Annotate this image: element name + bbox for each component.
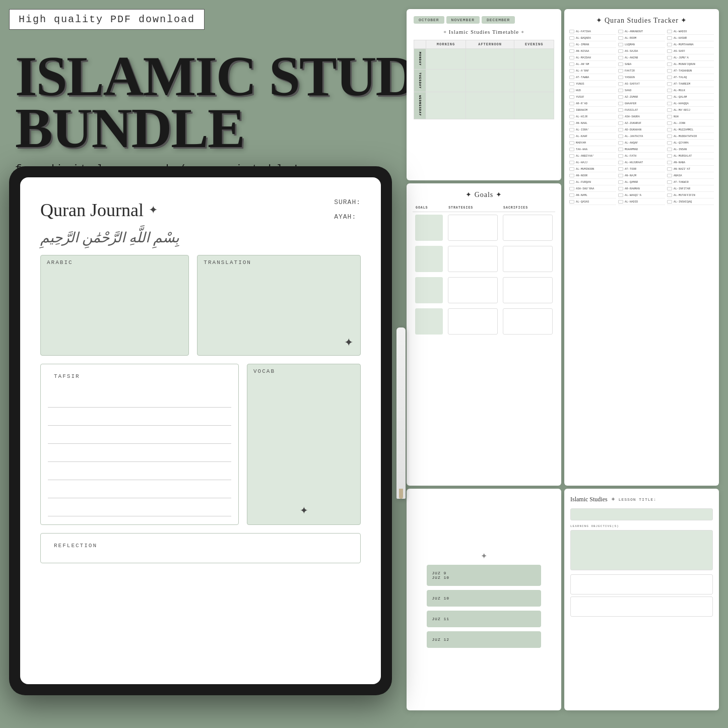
list-item: AL-WAAQI'A xyxy=(618,193,665,198)
strategies-col-header: STRATEGIES xyxy=(445,204,500,212)
tracker-col-1: AL-FATIHA AL-BAQARA AL-IMRAN AN-NISAA AL… xyxy=(569,30,616,207)
juz-btn-12[interactable]: JUZ 12 xyxy=(427,631,541,648)
vocab-box: VOCAB ✦ xyxy=(247,364,361,525)
list-item: AL-JINN xyxy=(667,121,714,126)
sacrifice-cell xyxy=(503,246,553,272)
list-item: AL-MURSALAT xyxy=(667,154,714,159)
list-item: FUSSILAT xyxy=(618,108,665,113)
list-item: AT-TAKWIR xyxy=(667,180,714,185)
goal-cell xyxy=(415,215,443,241)
table-row xyxy=(413,243,555,275)
goal-cell xyxy=(415,246,443,272)
list-item: AZ-ZUMAR xyxy=(618,95,665,100)
tracker-col-2: AL-ANKABOUT AL-ROOM LUQMAN AS-SAJDA AL-A… xyxy=(618,30,665,207)
list-item: AN-NOOR xyxy=(569,174,616,179)
wednesday-cell: WEDNESDAY xyxy=(414,92,426,119)
list-item: AN-NAHL xyxy=(569,121,616,126)
december-btn[interactable]: DECEMBER xyxy=(482,16,515,24)
list-item: HUD xyxy=(569,89,616,94)
list-item: GHAAFER xyxy=(618,102,665,107)
list-item: AL-FURQAN xyxy=(569,180,616,185)
timetable-table: MORNING AFTERNOON EVENING MONDAY TUESDAY xyxy=(414,40,554,119)
list-item: AL-AHQAF xyxy=(618,141,665,146)
bismillah-text: بِسْمِ اللَّهِ الرَّحْمَٰنِ الرَّحِيمِ xyxy=(40,229,361,246)
arabic-box: ARABIC xyxy=(40,255,189,356)
list-item: MARYAM xyxy=(569,141,616,146)
table-row: WEDNESDAY xyxy=(414,92,554,119)
list-item: AL-MUZZAMMIL xyxy=(667,128,714,133)
juz-btn-9[interactable]: JUZ 9JUZ 10 xyxy=(427,565,541,586)
list-item: AT-TAWBA xyxy=(569,76,616,81)
quality-label: High quality PDF download xyxy=(9,9,205,30)
juz-btn-10[interactable]: JUZ 10 xyxy=(427,590,541,607)
list-item: AL-WADIO xyxy=(667,30,714,35)
list-item: AN-NISAA xyxy=(569,49,616,54)
list-item: AL-HAJJ xyxy=(569,161,616,166)
list-item: AS-SAFF xyxy=(667,49,714,54)
tafsir-line xyxy=(48,391,231,408)
strategy-cell xyxy=(448,246,498,272)
list-item: AL-HADID xyxy=(618,200,665,205)
list-item: AL-A'RAF xyxy=(569,69,616,74)
evening-header: EVENING xyxy=(514,40,554,49)
list-item: AL-INSHIQAQ xyxy=(667,200,714,205)
sacrifice-cell xyxy=(503,308,553,335)
table-row: GOALS STRATEGIES SACRIFICES xyxy=(413,204,555,212)
list-item: ABASA xyxy=(667,174,714,179)
list-item: AR-RAHMAN xyxy=(618,187,665,192)
list-item: AL-MUDDATHTHIR xyxy=(667,135,714,140)
list-item: AL-ROOM xyxy=(618,36,665,41)
juz-sparkle-icon: ✦ xyxy=(481,551,487,561)
monday-cell: MONDAY xyxy=(414,49,426,70)
list-item: AS-SAFFAT xyxy=(618,82,665,87)
translation-label: TRANSLATION xyxy=(197,255,360,268)
objectives-box[interactable] xyxy=(570,530,713,570)
afternoon-header: AFTERNOON xyxy=(466,40,514,49)
list-item: FAATIR xyxy=(618,69,665,74)
list-item: AL-MUNAFIQOUN xyxy=(667,62,714,68)
tablet-screen: Quran Journal ✦ SURAH: AYAH: بِسْمِ اللَ… xyxy=(20,177,381,684)
list-item: AL-MA'ARIJ xyxy=(667,108,714,113)
list-item: AL-QASAS xyxy=(569,200,616,205)
list-item: AL-IMRAN xyxy=(569,43,616,48)
list-item: AN-NAJM xyxy=(618,174,665,179)
table-row: MONDAY xyxy=(414,49,554,70)
months-row: OCTOBER NOVEMBER DECEMBER xyxy=(414,16,554,24)
tablet-mockup: Quran Journal ✦ SURAH: AYAH: بِسْمِ اللَ… xyxy=(9,166,392,695)
goals-title: ✦ Goals ✦ xyxy=(413,190,555,199)
tafsir-line xyxy=(48,482,231,498)
juz-btn-11[interactable]: JUZ 11 xyxy=(427,611,541,627)
table-row xyxy=(413,275,555,306)
list-item: TAA-HAA xyxy=(569,148,616,153)
list-item: YUSUF xyxy=(569,95,616,100)
list-item: AT-TALAQ xyxy=(667,76,714,81)
list-item: AT-TAGHABUN xyxy=(667,69,714,74)
list-item: AL-ANKABOUT xyxy=(618,30,665,35)
list-item: AN-NABA xyxy=(667,161,714,166)
list-item: IBRAHIM xyxy=(569,108,616,113)
list-item: AT-TAHREEM xyxy=(667,82,714,87)
october-btn[interactable]: OCTOBER xyxy=(414,16,444,24)
journal-title: Quran Journal ✦ xyxy=(40,200,158,221)
arabic-translation-row: ARABIC TRANSLATION ✦ xyxy=(40,255,361,356)
list-item: AL-ANBIYAA' xyxy=(569,154,616,159)
list-item: AL-FATH xyxy=(618,154,665,159)
lesson-title: Islamic Studies xyxy=(570,496,608,503)
november-btn[interactable]: NOVEMBER xyxy=(446,16,480,24)
lesson-panel: Islamic Studies ✦ LESSON TITLE: LEARNING… xyxy=(564,489,719,710)
tafsir-line xyxy=(48,428,231,444)
lesson-content-box xyxy=(570,597,713,617)
list-item: ASH-SHU'RAA xyxy=(569,187,616,192)
list-item: AL-HUJURAAT xyxy=(618,161,665,166)
lesson-title-input[interactable] xyxy=(570,508,713,520)
list-item: AL-HASHR xyxy=(667,36,714,41)
right-panels: OCTOBER NOVEMBER DECEMBER + Islamic Stud… xyxy=(407,9,719,719)
strategy-cell xyxy=(448,308,498,335)
tafsir-label: TAFSIR xyxy=(48,369,231,381)
goals-col-header: GOALS xyxy=(413,204,445,212)
title-sparkle-icon: ✦ xyxy=(149,204,158,217)
morning-header: MORNING xyxy=(426,40,466,49)
juz-buttons: JUZ 9JUZ 10 JUZ 10 JUZ 11 JUZ 12 xyxy=(427,565,541,648)
list-item: AL-INFITAR xyxy=(667,187,714,192)
quran-tracker-panel: ✦ Quran Studies Tracker ✦ AL-FATIHA AL-B… xyxy=(564,9,719,486)
